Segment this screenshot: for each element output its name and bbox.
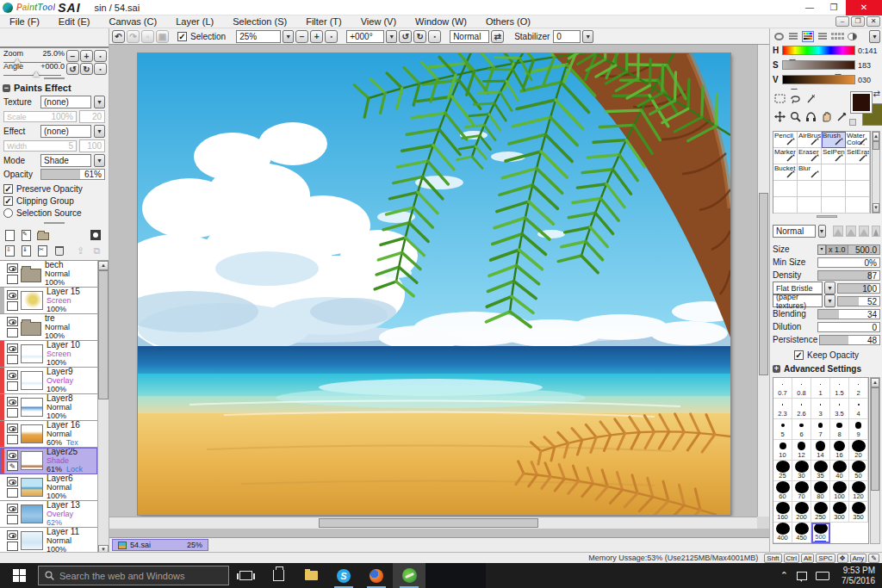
brush-size-6[interactable]: 6 [792,419,811,440]
canvas-horizontal-scrollbar[interactable] [109,517,757,529]
brush-size-40[interactable]: 40 [830,461,849,481]
menu-item-others[interactable]: Others (O) [476,16,540,27]
layer-paint-toggle[interactable] [7,515,18,524]
mixing-sliders-icon[interactable] [817,31,829,42]
brush-size-2[interactable]: 2 [849,378,868,399]
toolbar-zoom-reset-button[interactable]: ▪ [325,30,338,43]
zoom-in-button[interactable]: + [80,50,93,62]
menu-item-canvas[interactable]: Canvas (C) [100,16,167,27]
swap-colors-icon[interactable]: ⇄ [873,89,880,98]
brush-tool-eraser[interactable]: Eraser [798,148,822,164]
restore-button[interactable]: ❐ [822,0,846,15]
panel-menu-dropdown-icon[interactable]: ▼ [869,30,880,43]
dropdown-icon[interactable]: ▼ [824,282,835,294]
brush-tool-selpen[interactable]: SelPen [822,148,846,164]
layer-mode-dropdown-icon[interactable]: ▼ [94,154,105,167]
brush-size-14[interactable]: 14 [811,440,830,461]
undo-button[interactable]: ↶ [112,30,125,43]
setting-slider[interactable]: 87 [817,270,880,281]
brush-tool-pencil[interactable]: Pencil [773,132,798,148]
layer-mask-button[interactable] [89,229,102,242]
layer-visibility-toggle[interactable] [7,290,18,300]
menu-item-view[interactable]: View (V) [351,16,406,27]
scratchpad-icon[interactable] [846,31,858,42]
brush-size-3-5[interactable]: 3.5 [830,399,849,419]
taskbar-clock[interactable]: 9:53 PM 7/5/2016 [838,566,875,586]
size-grid-scrollbar[interactable]: ▲ [870,377,880,544]
primary-color-swatch[interactable] [851,92,872,113]
setting-slider[interactable]: 100 [837,283,880,294]
hue-slider[interactable] [782,46,855,55]
brush-size-450[interactable]: 450 [792,523,811,543]
layer-row[interactable]: Layer 13Overlay62% [0,501,97,528]
texture-dropdown-icon[interactable]: ▼ [94,96,105,108]
delete-layer-button[interactable] [53,244,65,257]
brush-size-70[interactable]: 70 [792,481,811,502]
action-center-icon[interactable] [797,572,807,580]
scroll-up-arrow[interactable]: ▲ [871,378,879,387]
scrollbar-thumb[interactable] [98,270,109,399]
brush-size-60[interactable]: 60 [773,481,792,502]
value-slider[interactable] [782,75,855,84]
color-wheel-icon[interactable] [773,31,785,42]
clear-layer-button[interactable]: ✂ [36,244,49,257]
rgb-sliders-icon[interactable] [787,31,799,42]
magic-wand-tool-icon[interactable] [804,90,818,107]
layer-visibility-toggle[interactable] [7,450,18,460]
scrollbar-thumb[interactable] [873,141,879,150]
touch-keyboard-icon[interactable] [816,572,829,580]
brush-tool-blur[interactable]: Blur [798,164,822,181]
invert-selection-button[interactable]: ▣ [156,30,169,43]
layer-paint-toggle[interactable] [7,488,18,498]
navigator-preview[interactable] [0,46,109,48]
layer-visibility-toggle[interactable] [7,530,18,540]
brush-size-300[interactable]: 300 [830,502,849,523]
store-button[interactable] [262,563,295,588]
layer-visibility-toggle[interactable] [7,477,18,486]
brush-blend-dropdown-icon[interactable]: ▼ [818,225,826,238]
brush-size-4[interactable]: 4 [849,399,868,419]
brush-size-200[interactable]: 200 [792,502,811,523]
new-layer-button[interactable] [3,229,16,242]
transfer-down-button[interactable]: ⇩ [3,244,16,257]
panel-splitter[interactable] [44,222,65,224]
brush-size-1[interactable]: 1 [811,378,830,399]
brush-size-5[interactable]: 5 [773,419,792,440]
scrollbar-thumb[interactable] [319,518,538,528]
angle-field[interactable]: +000° [346,30,384,43]
start-button[interactable] [0,563,38,588]
hand-tool-icon[interactable] [819,108,834,125]
layer-row[interactable]: Layer9Overlay100% [0,368,97,394]
menu-item-selection[interactable]: Selection (S) [223,16,296,27]
layer-visibility-toggle[interactable] [7,397,18,406]
scroll-up-arrow[interactable]: ▲ [873,132,879,141]
brush-tool-seleras[interactable]: SelEras [846,148,870,164]
brush-size-20[interactable]: 20 [849,440,868,461]
show-hidden-icons-chevron[interactable]: ⌃ [780,570,788,581]
zoom-out-button[interactable]: − [66,50,79,62]
canvas-vertical-scrollbar[interactable] [757,45,769,517]
panel-splitter[interactable] [44,77,65,79]
layer-paint-toggle[interactable] [7,301,18,311]
stabilizer-field[interactable]: 0 [553,30,581,43]
brush-size-0-7[interactable]: 0.7 [773,378,792,399]
clipping-group-checkbox[interactable]: ✓ [3,196,13,206]
setting-slider[interactable]: 34 [817,309,880,319]
brush-size-35[interactable]: 35 [811,461,830,481]
layer-visibility-toggle[interactable] [7,263,18,273]
brush-size-7[interactable]: 7 [811,419,830,440]
menu-item-layer[interactable]: Layer (L) [166,16,223,27]
keep-opacity-checkbox[interactable]: ✓ [794,350,804,360]
setting-slider[interactable]: 0% [817,257,880,268]
layer-visibility-toggle[interactable] [7,370,18,380]
angle-reset-button[interactable]: ▪ [94,63,107,75]
brush-size-3[interactable]: 3 [811,399,830,419]
brush-size-10[interactable]: 10 [773,440,792,461]
preserve-opacity-checkbox[interactable]: ✓ [3,184,13,194]
layer-visibility-toggle[interactable] [7,344,18,353]
layer-row[interactable]: Layer 11Normal100% [0,528,97,554]
paints-effect-header[interactable]: − Paints Effect [0,81,109,95]
brush-size-8[interactable]: 8 [830,419,849,440]
zoom-dropdown-icon[interactable]: ▼ [283,30,294,43]
skype-button[interactable]: S [327,563,360,588]
